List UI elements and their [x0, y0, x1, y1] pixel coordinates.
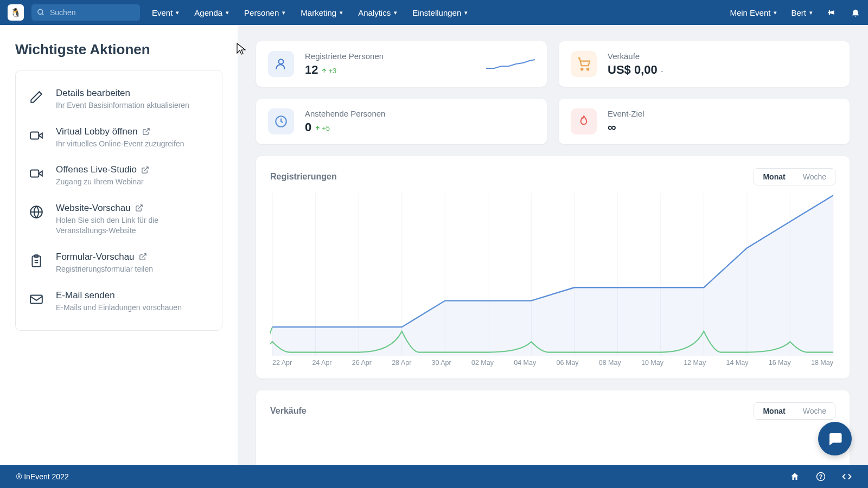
bell-icon[interactable] — [851, 8, 860, 17]
search-container — [31, 4, 140, 21]
nav-right: Mein Event▾ Bert▾ — [730, 8, 860, 17]
cart-icon — [571, 51, 597, 77]
external-link-icon — [142, 127, 150, 136]
svg-rect-2 — [30, 132, 39, 139]
nav-my-event[interactable]: Mein Event▾ — [730, 8, 777, 17]
svg-line-1 — [42, 14, 43, 15]
action-live-studio[interactable]: Offenes Live-Studio Zugang zu Ihrem Webi… — [28, 157, 210, 195]
registrations-chart-svg — [270, 193, 835, 356]
action-subtitle: E-Mails und Einladungen vorschauen — [56, 303, 210, 313]
chart-registrations: Registrierungen Monat Woche 22 Apr24 Apr… — [256, 156, 850, 378]
action-title: E-Mail senden — [56, 290, 115, 301]
nav-menu: Event▾ Agenda▾ Personen▾ Marketing▾ Anal… — [152, 8, 468, 17]
app-logo[interactable]: 🐧 — [8, 4, 24, 21]
footer-copyright: ® InEvent 2022 — [16, 472, 69, 481]
code-icon[interactable] — [842, 472, 852, 481]
sparkline — [486, 56, 535, 72]
external-link-icon — [141, 166, 149, 174]
chart-title: Registrierungen — [270, 172, 337, 182]
chevron-down-icon: ▾ — [809, 9, 813, 16]
action-form-preview[interactable]: Formular-Vorschau Registrierungsformular… — [28, 244, 210, 282]
top-navbar: 🐧 Event▾ Agenda▾ Personen▾ Marketing▾ An… — [0, 0, 868, 25]
clipboard-icon — [28, 252, 45, 275]
nav-agenda[interactable]: Agenda▾ — [194, 8, 229, 17]
chevron-down-icon: ▾ — [774, 9, 777, 16]
sidebar-title: Wichtigste Aktionen — [15, 41, 222, 58]
action-title: Virtual Lobby öffnen — [56, 126, 138, 137]
envelope-icon — [28, 290, 45, 313]
search-input[interactable] — [31, 4, 140, 21]
search-icon — [37, 9, 45, 17]
stat-value: 12 — [305, 63, 318, 77]
svg-point-10 — [587, 68, 589, 70]
action-subtitle: Zugang zu Ihrem Webinar — [56, 177, 210, 188]
svg-text:?: ? — [819, 473, 822, 480]
clock-icon — [268, 108, 294, 134]
chevron-down-icon: ▾ — [340, 9, 343, 16]
stat-label: Verkäufe — [608, 52, 663, 61]
x-axis-labels: 22 Apr24 Apr26 Apr28 Apr30 Apr02 May04 M… — [270, 359, 835, 367]
pencil-icon — [28, 88, 45, 111]
time-toggle: Monat Woche — [754, 402, 835, 420]
svg-rect-3 — [30, 170, 39, 177]
action-virtual-lobby[interactable]: Virtual Lobby öffnen Ihr virtuelles Onli… — [28, 119, 210, 157]
chart-sales: Verkäufe Monat Woche — [256, 390, 850, 465]
action-edit-details[interactable]: Details bearbeiten Ihr Event Basisinform… — [28, 80, 210, 119]
flame-icon — [571, 108, 597, 134]
nav-user[interactable]: Bert▾ — [791, 8, 813, 17]
nav-marketing[interactable]: Marketing▾ — [301, 8, 343, 17]
stat-delta: +3 — [321, 67, 336, 75]
toggle-week[interactable]: Woche — [794, 403, 835, 419]
external-link-icon — [135, 204, 143, 212]
nav-einstellungen[interactable]: Einstellungen▾ — [412, 8, 468, 17]
svg-point-0 — [38, 9, 43, 14]
stat-label: Registrierte Personen — [305, 52, 384, 61]
action-subtitle: Ihr virtuelles Online-Event zuzugreifen — [56, 139, 210, 150]
footer: ® InEvent 2022 ? — [0, 465, 868, 488]
chevron-down-icon: ▾ — [226, 9, 229, 16]
toggle-month[interactable]: Monat — [754, 403, 794, 419]
svg-point-8 — [279, 59, 284, 64]
action-subtitle: Ihr Event Basisinformation aktualisieren — [56, 100, 210, 111]
home-icon[interactable] — [790, 472, 800, 481]
action-send-email[interactable]: E-Mail senden E-Mails und Einladungen vo… — [28, 282, 210, 321]
stat-registered[interactable]: Registrierte Personen 12 +3 — [256, 41, 547, 87]
action-title: Details bearbeiten — [56, 88, 130, 99]
chevron-down-icon: ▾ — [282, 9, 285, 16]
action-title: Formular-Vorschau — [56, 252, 135, 262]
main-content: Registrierte Personen 12 +3 Verkäufe US$… — [238, 25, 868, 465]
help-icon[interactable]: ? — [816, 472, 826, 481]
nav-personen[interactable]: Personen▾ — [244, 8, 285, 17]
external-link-icon — [139, 253, 147, 261]
megaphone-icon[interactable] — [827, 8, 837, 17]
stat-pending[interactable]: Anstehende Personen 0 +5 — [256, 99, 547, 144]
toggle-month[interactable]: Monat — [754, 169, 794, 185]
stat-label: Event-Ziel — [608, 109, 644, 118]
toggle-week[interactable]: Woche — [794, 169, 835, 185]
time-toggle: Monat Woche — [754, 168, 835, 185]
action-subtitle: Registrierungsformular teilen — [56, 264, 210, 275]
video-icon — [28, 126, 45, 150]
action-subtitle: Holen Sie sich den Link für die Veransta… — [56, 215, 210, 236]
stat-delta: +5 — [315, 124, 330, 132]
stat-sales[interactable]: Verkäufe US$ 0,00 - — [559, 41, 850, 87]
video-icon — [28, 164, 45, 188]
chevron-down-icon: ▾ — [394, 9, 397, 16]
action-website-preview[interactable]: Website-Vorschau Holen Sie sich den Link… — [28, 195, 210, 244]
chat-bubble[interactable] — [818, 422, 852, 455]
chevron-down-icon: ▾ — [464, 9, 468, 16]
stat-value: ∞ — [608, 120, 616, 134]
stat-goal[interactable]: Event-Ziel ∞ — [559, 99, 850, 144]
chart-title: Verkäufe — [270, 406, 307, 416]
action-list: Details bearbeiten Ihr Event Basisinform… — [15, 70, 222, 331]
nav-analytics[interactable]: Analytics▾ — [358, 8, 397, 17]
stat-label: Anstehende Personen — [305, 109, 385, 118]
action-title: Website-Vorschau — [56, 203, 131, 214]
stat-value: US$ 0,00 — [608, 63, 658, 77]
user-icon — [268, 51, 294, 77]
chevron-down-icon: ▾ — [176, 9, 179, 16]
stat-dash: - — [661, 67, 663, 75]
stat-value: 0 — [305, 120, 311, 134]
nav-event[interactable]: Event▾ — [152, 8, 179, 17]
action-title: Offenes Live-Studio — [56, 164, 137, 175]
